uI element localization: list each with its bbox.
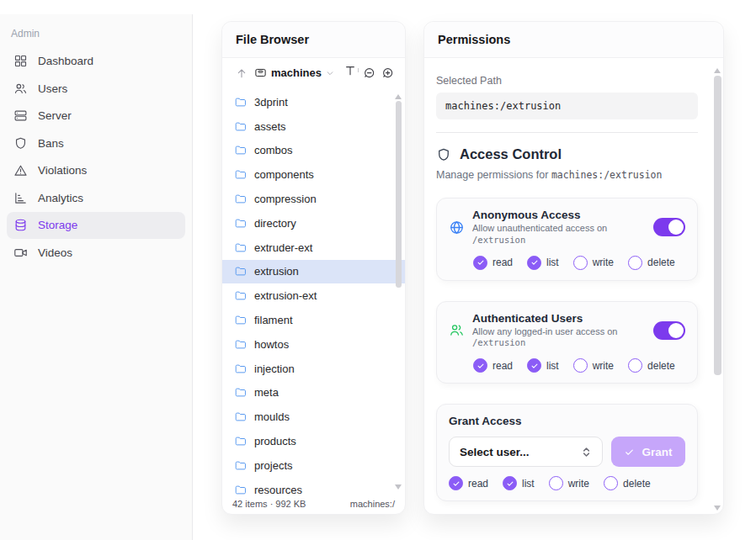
folder-row[interactable]: injection xyxy=(222,357,405,381)
folder-row[interactable]: moulds xyxy=(222,405,405,429)
folder-icon xyxy=(234,459,247,472)
sidebar-item-analytics[interactable]: Analytics xyxy=(7,185,185,212)
folder-row[interactable]: extruder-ext xyxy=(222,236,405,260)
sidebar-item-label: Violations xyxy=(38,164,87,177)
perm-label: read xyxy=(492,360,513,372)
perm-list-checkbox[interactable]: list xyxy=(527,256,559,270)
perm-list-checkbox[interactable]: list xyxy=(503,476,535,490)
folder-icon xyxy=(234,363,247,375)
checkbox-circle xyxy=(628,256,642,270)
scrollbar-down-arrow[interactable] xyxy=(714,506,721,511)
sidebar-item-bans[interactable]: Bans xyxy=(7,130,185,157)
folder-row[interactable]: extrusion-ext xyxy=(222,283,405,308)
folder-row[interactable]: 3dprint xyxy=(222,90,405,114)
admin-sidebar: Admin DashboardUsersServerBansViolations… xyxy=(0,14,193,540)
folder-row[interactable]: filament xyxy=(222,308,405,332)
folder-icon xyxy=(234,435,247,447)
scrollbar-up-arrow[interactable] xyxy=(714,68,721,73)
perm-read-checkbox[interactable]: read xyxy=(473,256,513,270)
folder-name: filament xyxy=(254,314,293,326)
folder-row[interactable]: combos xyxy=(222,139,405,163)
scrollbar-down-arrow[interactable] xyxy=(395,484,402,490)
folder-icon xyxy=(234,96,247,109)
zoom-out-icon[interactable] xyxy=(360,64,379,82)
folder-row[interactable]: directory xyxy=(222,211,405,236)
grant-access-card: Grant Access Select user... Grant readli… xyxy=(436,404,698,501)
anonymous-access-toggle[interactable] xyxy=(653,218,685,236)
folder-name: 3dprint xyxy=(254,96,288,109)
divider xyxy=(436,132,698,133)
perm-read-checkbox[interactable]: read xyxy=(449,476,488,490)
checkbox-circle xyxy=(527,358,541,373)
grant-permissions: readlistwritedelete xyxy=(449,476,685,490)
up-arrow-icon[interactable] xyxy=(232,64,251,82)
checkbox-circle xyxy=(573,358,588,373)
perm-label: list xyxy=(522,478,535,490)
folder-name: assets xyxy=(254,120,286,133)
permissions-scrollbar-thumb[interactable] xyxy=(714,76,721,375)
perm-delete-checkbox[interactable]: delete xyxy=(628,256,675,270)
selected-path-label: Selected Path xyxy=(436,75,698,87)
folder-name: compression xyxy=(254,193,317,205)
file-list-scrollbar-thumb[interactable] xyxy=(396,101,402,288)
sidebar-item-storage[interactable]: Storage xyxy=(7,212,185,239)
perm-label: delete xyxy=(647,360,675,372)
chevron-down-icon xyxy=(326,69,334,77)
perm-label: delete xyxy=(647,257,675,268)
checkbox-circle xyxy=(628,358,642,373)
authenticated-users-card: Authenticated Users Allow any logged-in … xyxy=(436,301,698,384)
folder-row[interactable]: extrusion xyxy=(222,260,405,284)
folder-name: extrusion-ext xyxy=(254,289,317,302)
database-icon xyxy=(13,218,28,232)
folder-name: directory xyxy=(254,217,296,230)
folder-icon xyxy=(234,120,247,133)
perm-write-checkbox[interactable]: write xyxy=(573,256,614,270)
zoom-in-icon[interactable] xyxy=(379,64,397,82)
folder-row[interactable]: projects xyxy=(222,453,405,478)
scrollbar-up-arrow[interactable] xyxy=(395,94,402,99)
shield-icon xyxy=(13,136,28,151)
check-icon xyxy=(624,447,635,458)
authenticated-users-toggle[interactable] xyxy=(653,321,685,340)
folder-name: extruder-ext xyxy=(254,241,312,254)
sidebar-item-violations[interactable]: Violations xyxy=(7,157,185,184)
location-dropdown[interactable]: machines xyxy=(254,66,334,79)
sidebar-item-label: Storage xyxy=(38,219,77,231)
perm-delete-checkbox[interactable]: delete xyxy=(628,358,675,373)
sidebar-item-dashboard[interactable]: Dashboard xyxy=(7,48,185,75)
sidebar-item-server[interactable]: Server xyxy=(7,103,185,130)
folder-row[interactable]: assets xyxy=(222,114,405,139)
permissions-panel: Permissions Selected Path machines:/extr… xyxy=(423,21,724,515)
folder-name: combos xyxy=(254,144,293,156)
user-select[interactable]: Select user... xyxy=(449,437,603,467)
folder-icon xyxy=(234,484,247,496)
perm-delete-checkbox[interactable]: delete xyxy=(604,476,651,490)
sidebar-item-users[interactable]: Users xyxy=(7,76,185,103)
perm-write-checkbox[interactable]: write xyxy=(549,476,589,490)
chart-icon xyxy=(13,191,28,205)
folder-row[interactable]: products xyxy=(222,429,405,453)
access-control-description: Manage permissions for machines:/extrusi… xyxy=(436,169,698,181)
perm-write-checkbox[interactable]: write xyxy=(573,358,614,373)
folder-row[interactable]: meta xyxy=(222,381,405,405)
folder-icon xyxy=(234,314,247,326)
folder-row[interactable]: components xyxy=(222,162,405,187)
perm-list-checkbox[interactable]: list xyxy=(527,358,559,373)
perm-read-checkbox[interactable]: read xyxy=(473,358,513,373)
folder-row[interactable]: howtos xyxy=(222,332,405,357)
sidebar-item-label: Analytics xyxy=(38,192,83,204)
grant-button[interactable]: Grant xyxy=(611,437,685,467)
text-size-icon[interactable] xyxy=(342,64,360,82)
server-icon xyxy=(13,109,28,123)
checkbox-circle xyxy=(473,256,487,270)
selected-path-value: machines:/extrusion xyxy=(436,93,698,119)
sidebar-item-videos[interactable]: Videos xyxy=(7,240,185,267)
perm-label: list xyxy=(546,257,559,268)
checkbox-circle xyxy=(473,358,487,373)
folder-row[interactable]: compression xyxy=(222,187,405,211)
folder-name: injection xyxy=(254,363,295,375)
perm-label: write xyxy=(568,478,589,490)
anonymous-permissions: readlistwritedelete xyxy=(473,256,685,270)
current-path: machines:/ xyxy=(350,499,395,509)
users-icon xyxy=(13,82,28,96)
